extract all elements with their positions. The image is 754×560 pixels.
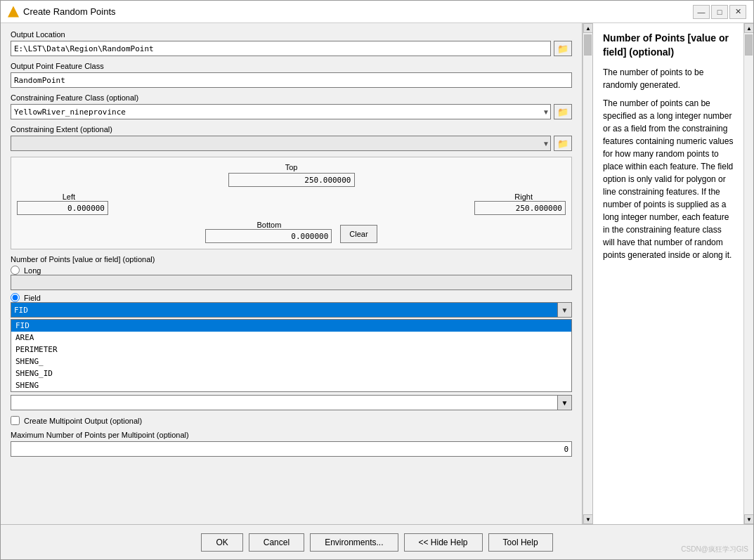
constraining-extent-label: Constraining Extent (optional) — [11, 125, 572, 134]
folder-icon: 📁 — [557, 44, 568, 54]
title-controls: — □ ✕ — [693, 5, 746, 19]
help-panel: Number of Points [value or field] (optio… — [592, 23, 743, 524]
scroll-up-arrow[interactable]: ▲ — [583, 23, 593, 33]
output-feature-class-row — [11, 72, 572, 88]
constraining-extent-browse-button[interactable]: 📁 — [554, 136, 572, 151]
bottom-input[interactable] — [205, 229, 332, 243]
ok-button[interactable]: OK — [201, 533, 242, 552]
right-scroll-down-arrow[interactable]: ▼ — [744, 514, 753, 524]
output-location-browse-button[interactable]: 📁 — [554, 41, 572, 56]
max-points-group: Maximum Number of Points per Multipoint … — [11, 431, 572, 457]
constraining-extent-select[interactable] — [11, 136, 551, 151]
close-button[interactable]: ✕ — [729, 5, 746, 19]
clear-button[interactable]: Clear — [340, 225, 377, 243]
list-item-sheng2[interactable]: SHENG — [11, 379, 571, 391]
folder-icon-2: 📁 — [557, 107, 568, 117]
constraining-extent-select-wrapper: ▼ — [11, 136, 551, 151]
output-feature-class-label: Output Point Feature Class — [11, 62, 572, 70]
right-scroll-up-arrow[interactable]: ▲ — [744, 23, 753, 33]
field-radio[interactable] — [11, 293, 20, 302]
left-label: Left — [50, 193, 75, 201]
environments-button[interactable]: Environments... — [310, 533, 398, 552]
cancel-button[interactable]: Cancel — [249, 533, 304, 552]
output-feature-class-group: Output Point Feature Class — [11, 62, 572, 88]
long-radio-item: Long — [11, 266, 572, 275]
constraining-feature-group: Constraining Feature Class (optional) Ye… — [11, 93, 572, 119]
right-scroll-track — [744, 33, 753, 514]
extent-right-group: Right — [474, 193, 566, 215]
second-dropdown-input[interactable] — [11, 396, 557, 410]
right-scroll-thumb[interactable] — [745, 34, 753, 56]
long-value-input[interactable] — [11, 275, 572, 290]
output-location-group: Output Location 📁 — [11, 30, 572, 56]
create-multipoint-checkbox[interactable] — [11, 416, 20, 425]
number-of-points-group: Number of Points [value or field] (optio… — [11, 255, 572, 410]
scroll-thumb[interactable] — [584, 34, 592, 56]
long-radio[interactable] — [11, 266, 20, 275]
extent-bottom-group: Bottom — [205, 221, 332, 243]
constraining-feature-label: Constraining Feature Class (optional) — [11, 93, 572, 102]
field-radio-label[interactable]: Field — [24, 294, 41, 302]
tool-help-button[interactable]: Tool Help — [488, 533, 553, 552]
right-scrollbar: ▲ ▼ — [743, 23, 753, 524]
bottom-bar: OK Cancel Environments... << Hide Help T… — [1, 524, 753, 559]
output-feature-class-input[interactable] — [11, 72, 572, 88]
max-points-label: Maximum Number of Points per Multipoint … — [11, 431, 572, 439]
left-scrollbar: ▲ ▼ — [583, 23, 592, 524]
field-combobox: ▼ — [11, 302, 572, 318]
constraining-feature-select[interactable]: YellowRiver_nineprovince — [11, 104, 551, 119]
output-location-input[interactable] — [11, 41, 551, 56]
main-window: Create Random Points — □ ✕ Output Locati… — [0, 0, 754, 560]
minimize-button[interactable]: — — [693, 5, 710, 19]
output-location-row: 📁 — [11, 41, 572, 56]
extent-bottom-row: Bottom Clear — [17, 221, 566, 243]
extent-lr-row: Left Right — [17, 193, 566, 215]
title-bar-left: Create Random Points — [8, 6, 116, 18]
hide-help-button[interactable]: << Hide Help — [404, 533, 483, 552]
extent-grid: Top Left Right — [17, 163, 566, 243]
list-item-area[interactable]: AREA — [11, 332, 571, 344]
tool-icon — [8, 6, 19, 18]
help-para-2: The number of points can be specified as… — [603, 97, 734, 261]
second-dropdown-arrow[interactable]: ▼ — [557, 396, 571, 410]
extent-left-group: Left — [17, 193, 108, 215]
long-input-row — [11, 275, 572, 290]
right-label: Right — [507, 193, 533, 201]
help-para-1: The number of points to be randomly gene… — [603, 66, 734, 91]
field-radio-item: Field — [11, 293, 572, 302]
long-radio-label[interactable]: Long — [24, 266, 41, 275]
window-title: Create Random Points — [23, 6, 116, 17]
left-panel: Output Location 📁 Output Point Feature C… — [1, 23, 583, 524]
main-content: Output Location 📁 Output Point Feature C… — [1, 23, 753, 524]
scroll-down-arrow[interactable]: ▼ — [583, 514, 593, 524]
list-item-sheng-id[interactable]: SHENG_ID — [11, 367, 571, 379]
help-title: Number of Points [value or field] (optio… — [603, 32, 734, 59]
constraining-feature-browse-button[interactable]: 📁 — [554, 104, 572, 119]
max-points-input[interactable] — [11, 441, 572, 457]
extent-section: Top Left Right — [11, 157, 572, 249]
folder-icon-3: 📁 — [557, 138, 568, 149]
top-input[interactable] — [228, 173, 355, 187]
title-bar: Create Random Points — □ ✕ — [1, 1, 753, 23]
output-location-label: Output Location — [11, 30, 572, 39]
extent-top-group: Top — [17, 163, 566, 187]
scroll-track — [583, 33, 592, 514]
top-label: Top — [285, 163, 298, 171]
constraining-feature-row: YellowRiver_nineprovince ▼ 📁 — [11, 104, 572, 119]
constraining-extent-row: ▼ 📁 — [11, 136, 572, 151]
second-dropdown-row: ▼ — [11, 395, 572, 410]
bottom-label: Bottom — [256, 221, 281, 229]
constraining-feature-select-wrapper: YellowRiver_nineprovince ▼ — [11, 104, 551, 119]
field-combobox-input[interactable] — [11, 303, 557, 317]
field-dropdown-list: FID AREA PERIMETER SHENG_ SHENG_ID SHENG — [11, 319, 572, 392]
create-multipoint-row: Create Multipoint Output (optional) — [11, 416, 572, 425]
right-input[interactable] — [474, 201, 566, 215]
left-input[interactable] — [17, 201, 108, 215]
maximize-button[interactable]: □ — [711, 5, 728, 19]
field-combobox-arrow[interactable]: ▼ — [557, 303, 571, 317]
list-item-perimeter[interactable]: PERIMETER — [11, 344, 571, 356]
list-item-fid[interactable]: FID — [11, 320, 571, 332]
create-multipoint-label[interactable]: Create Multipoint Output (optional) — [24, 417, 142, 425]
list-item-sheng[interactable]: SHENG_ — [11, 356, 571, 367]
watermark: CSDN@疯狂学习GIS — [681, 545, 748, 554]
